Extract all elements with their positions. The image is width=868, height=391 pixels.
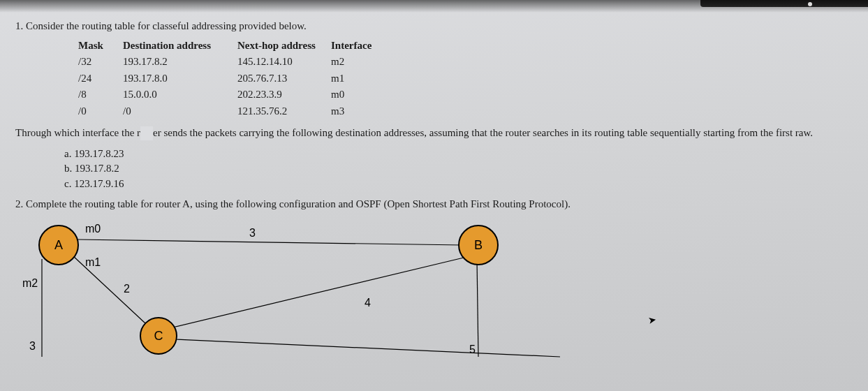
- network-diagram: A B C m0 m1 m2 3 2 3 4 5: [15, 217, 560, 357]
- edge-c-right: [175, 339, 560, 357]
- cell-next: 205.76.7.13: [237, 71, 331, 87]
- cell-next: 202.23.3.9: [237, 87, 331, 103]
- q1-options: a. 193.17.8.23 b. 193.17.8.2 c. 123.17.9…: [64, 147, 853, 191]
- header-destination: Destination address: [123, 38, 237, 54]
- table-row: /32 193.17.8.2 145.12.14.10 m2: [78, 54, 383, 71]
- cell-mask: /8: [78, 87, 123, 103]
- cell-mask: /0: [78, 103, 123, 120]
- option-a: a. 193.17.8.23: [64, 147, 853, 161]
- edge-c-b: [172, 258, 464, 327]
- option-label: b.: [64, 163, 72, 174]
- q1-title: 1. Consider the routing table for classe…: [15, 20, 853, 34]
- header-interface: Interface: [331, 38, 383, 54]
- cell-iface: m3: [331, 103, 383, 120]
- option-value: 193.17.8.2: [75, 163, 119, 174]
- weight-ab: 3: [249, 227, 256, 239]
- cell-dest: 193.17.8.0: [123, 71, 237, 87]
- iface-m0: m0: [85, 223, 101, 235]
- q1-body-pre: Through which interface the r: [15, 127, 140, 138]
- mouse-cursor-icon: ➤: [647, 313, 658, 327]
- weight-a-down: 3: [29, 340, 36, 352]
- node-a-label: A: [54, 238, 63, 252]
- cell-iface: m1: [331, 71, 383, 87]
- cell-dest: 193.17.8.2: [123, 54, 237, 71]
- option-label: c.: [64, 178, 71, 189]
- weight-cb: 4: [365, 297, 371, 309]
- option-value: 193.17.8.23: [74, 148, 124, 159]
- option-label: a.: [64, 148, 71, 159]
- text-cursor-gap: [140, 126, 153, 140]
- q1-number: 1.: [15, 20, 23, 31]
- cell-dest: 15.0.0.0: [123, 87, 237, 103]
- weight-b-down: 5: [469, 344, 476, 355]
- cell-next: 121.35.76.2: [237, 103, 331, 120]
- q1-prompt: Consider the routing table for classeful…: [26, 20, 307, 31]
- node-b-label: B: [474, 238, 483, 252]
- table-row: /24 193.17.8.0 205.76.7.13 m1: [78, 71, 383, 87]
- iface-m1: m1: [85, 256, 101, 268]
- option-value: 123.17.9.16: [74, 178, 124, 189]
- iface-m2: m2: [22, 277, 38, 289]
- cell-mask: /32: [78, 54, 123, 71]
- q2-prompt: Complete the routing table for router A,…: [26, 198, 571, 209]
- edge-b-down: [477, 260, 478, 357]
- weight-ac: 2: [124, 283, 130, 295]
- node-c-label: C: [154, 329, 163, 343]
- document-page: 1. Consider the routing table for classe…: [0, 0, 868, 391]
- cell-dest: /0: [123, 103, 237, 120]
- option-b: b. 193.17.8.2: [64, 162, 853, 176]
- cell-mask: /24: [78, 71, 123, 87]
- q2-title: 2. Complete the routing table for router…: [15, 198, 853, 212]
- table-row: /8 15.0.0.0 202.23.3.9 m0: [78, 87, 383, 103]
- q1-body-post: er sends the packets carrying the follow…: [153, 127, 813, 138]
- table-header-row: Mask Destination address Next-hop addres…: [78, 38, 383, 54]
- cell-iface: m0: [331, 87, 383, 103]
- cell-next: 145.12.14.10: [237, 54, 331, 71]
- cell-iface: m2: [331, 54, 383, 71]
- routing-table: Mask Destination address Next-hop addres…: [78, 38, 383, 120]
- edge-a-b: [77, 239, 462, 245]
- table-row: /0 /0 121.35.76.2 m3: [78, 103, 383, 120]
- header-nexthop: Next-hop address: [237, 38, 331, 54]
- option-c: c. 123.17.9.16: [64, 177, 853, 191]
- q1-body: Through which interface the r er sends t…: [15, 126, 853, 140]
- browser-chrome-sliver: [700, 0, 868, 7]
- progress-dot: [808, 2, 812, 6]
- q2-number: 2.: [15, 198, 23, 209]
- header-mask: Mask: [78, 38, 123, 54]
